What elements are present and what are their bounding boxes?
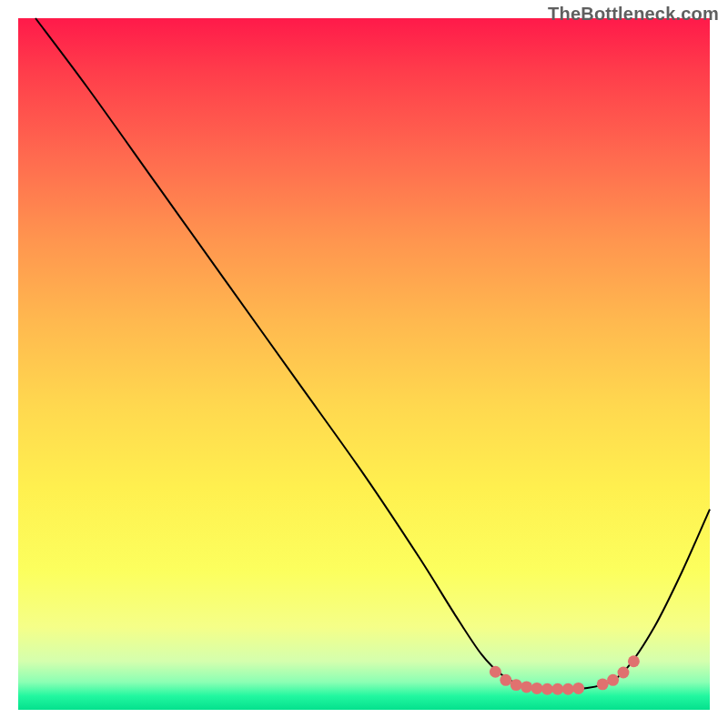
- watermark-text: TheBottleneck.com: [548, 4, 719, 25]
- marker-group: [490, 655, 640, 694]
- marker-point: [551, 683, 563, 695]
- marker-point: [618, 667, 630, 679]
- marker-point: [500, 674, 511, 686]
- marker-point: [597, 678, 609, 690]
- marker-point: [628, 655, 640, 667]
- marker-point: [572, 682, 584, 694]
- marker-point: [531, 682, 543, 694]
- marker-point: [490, 666, 501, 678]
- curve-layer: [18, 18, 710, 710]
- marker-point: [521, 681, 532, 693]
- marker-point: [511, 679, 522, 691]
- bottleneck-curve: [35, 18, 710, 690]
- marker-point: [562, 683, 574, 695]
- marker-point: [607, 674, 619, 686]
- marker-point: [541, 683, 553, 695]
- plot-area: [18, 18, 710, 710]
- chart-root: TheBottleneck.com: [0, 0, 728, 728]
